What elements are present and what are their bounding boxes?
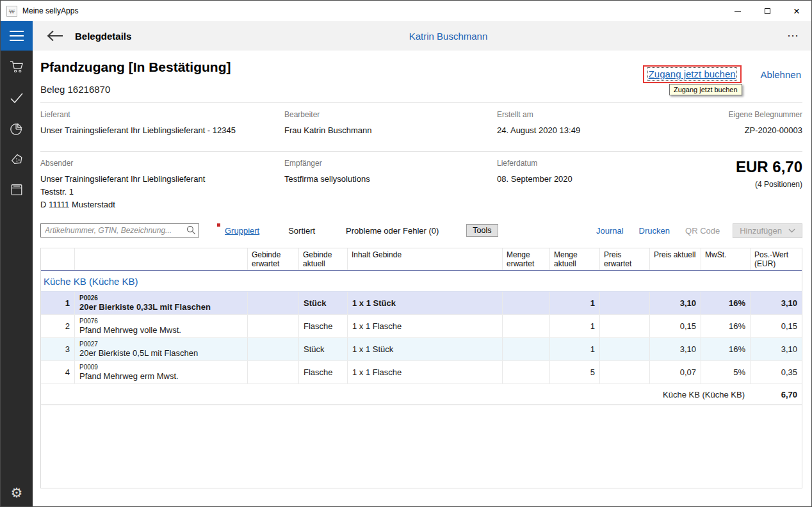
sidebar-item-settings[interactable]: ⚙ — [1, 485, 33, 501]
col-menge-erwartet: Menge erwartet — [503, 248, 550, 270]
field-label: Eigene Belegnummer — [729, 110, 802, 119]
table-row[interactable]: 2 P0076 Pfand Mehrweg volle Mwst. Flasch… — [41, 315, 802, 338]
field-value: 08. September 2020 — [497, 173, 736, 186]
group-footer-total: 6,70 — [751, 384, 802, 405]
search-icon[interactable] — [186, 225, 196, 235]
field-value-line: D 11111 Musterstadt — [40, 198, 284, 211]
grouped-toggle[interactable]: Gruppiert — [225, 226, 259, 236]
print-link[interactable]: Drucken — [639, 226, 670, 236]
sorted-toggle[interactable]: Sortiert — [288, 226, 315, 236]
document-total: EUR 6,70 (4 Positionen) — [736, 159, 802, 211]
field-value: 24. August 2020 13:49 — [497, 124, 729, 137]
user-name-link[interactable]: Katrin Buschmann — [409, 31, 488, 42]
book-icon — [10, 183, 24, 197]
close-button[interactable]: × — [782, 1, 811, 21]
article-code: P0027 — [79, 341, 98, 348]
article-code: P0026 — [79, 294, 98, 302]
close-icon: × — [793, 6, 800, 17]
highlight-box: Zugang jetzt buchen — [643, 65, 742, 83]
app-header: Belegdetails Katrin Buschmann ⋯ — [1, 21, 811, 51]
field-label: Absender — [40, 159, 284, 168]
col-inhalt-gebinde: Inhalt Gebinde — [348, 248, 503, 270]
maximize-button[interactable] — [752, 1, 782, 21]
col-preis-aktuell: Preis aktuell — [650, 248, 701, 270]
table-row[interactable]: 3 P0027 20er Bierkiste 0,5L mit Flaschen… — [41, 338, 802, 361]
field-empfaenger: Empfänger Testfirma sellysolutions — [284, 159, 497, 211]
positions-table: Gebinde erwartet Gebinde aktuell Inhalt … — [40, 248, 802, 488]
positions-toolbar: Gruppiert Sortiert Probleme oder Fehler … — [33, 218, 811, 238]
qr-code-link-disabled: QR Code — [685, 226, 720, 236]
col-gebinde-erwartet: Gebinde erwartet — [248, 248, 299, 270]
field-value: Unser Trainingslieferant Ihr Lieblingsli… — [40, 124, 284, 137]
col-rownum — [41, 248, 75, 270]
table-row[interactable]: 4 P0009 Pfand Mehrweg erm Mwst. Flasche … — [41, 361, 802, 384]
add-button-disabled: Hinzufügen — [733, 223, 802, 238]
minimize-icon — [735, 11, 741, 12]
document-title: Pfandzugang [In Bestätigung] — [40, 60, 231, 75]
chevron-down-icon — [788, 229, 795, 233]
app-window: w Meine sellyApps × Belegdetails Katrin … — [0, 0, 812, 507]
col-menge-aktuell: Menge aktuell — [550, 248, 600, 270]
app-logo-icon: w — [6, 6, 17, 17]
window-controls: × — [723, 1, 811, 21]
back-arrow-icon — [47, 30, 63, 42]
hamburger-menu-button[interactable] — [1, 21, 33, 51]
document-header: Pfandzugang [In Bestätigung] Beleg 16216… — [33, 51, 811, 95]
pie-chart-icon — [10, 122, 24, 136]
sidebar-item-catalog[interactable] — [1, 175, 33, 205]
settings-gear-icon: ⚙ — [11, 485, 23, 501]
article-name: Pfand Mehrweg erm Mwst. — [79, 371, 179, 381]
maximize-icon — [765, 8, 770, 14]
sidebar-item-confirmations[interactable] — [1, 83, 33, 113]
reject-link[interactable]: Ablehnen — [761, 69, 801, 80]
field-label: Bearbeiter — [284, 110, 497, 119]
hamburger-icon — [10, 31, 24, 32]
article-code: P0009 — [79, 364, 98, 371]
more-options-button[interactable]: ⋯ — [787, 29, 800, 43]
field-value-line: Teststr. 1 — [40, 186, 284, 198]
back-button[interactable] — [47, 30, 63, 42]
journal-link[interactable]: Journal — [596, 226, 624, 236]
field-lieferdatum: Lieferdatum 08. September 2020 — [497, 159, 736, 211]
sidebar-item-orders[interactable] — [1, 52, 33, 83]
col-preis-erwartet: Preis erwartet — [600, 248, 650, 270]
ellipsis-icon: ⋯ — [787, 29, 800, 42]
search-input[interactable] — [40, 223, 199, 237]
document-actions: Zugang jetzt buchen Zugang jetzt buchen … — [643, 65, 802, 83]
article-name: Pfand Mehrweg volle Mwst. — [79, 325, 181, 335]
field-bearbeiter: Bearbeiter Frau Katrin Buschmann — [284, 110, 497, 137]
minimize-button[interactable] — [723, 1, 752, 21]
document-number: Beleg 16216870 — [40, 84, 231, 95]
page-title: Belegdetails — [75, 31, 131, 42]
total-positions: (4 Positionen) — [736, 180, 802, 189]
group-header: Küche KB (Küche KB) — [41, 271, 802, 292]
table-row[interactable]: 1 P0026 20er Bierkiste 0,33L mit Flasche… — [41, 292, 802, 315]
field-label: Erstellt am — [497, 110, 729, 119]
price-tag-icon — [10, 152, 24, 166]
table-header-row: Gebinde erwartet Gebinde aktuell Inhalt … — [41, 248, 802, 271]
col-gebinde-aktuell: Gebinde aktuell — [299, 248, 348, 270]
shopping-cart-icon — [10, 60, 24, 74]
article-name: 20er Bierkiste 0,5L mit Flaschen — [79, 348, 198, 358]
sidebar-item-statistics[interactable] — [1, 113, 33, 144]
book-now-tooltip: Zugang jetzt buchen — [669, 84, 742, 95]
grouped-indicator-dot-icon — [217, 223, 220, 227]
total-amount: EUR 6,70 — [736, 159, 802, 175]
col-mwst: MwSt. — [701, 248, 751, 270]
field-value: Testfirma sellysolutions — [284, 173, 497, 186]
field-label: Empfänger — [284, 159, 497, 168]
group-footer-label: Küche KB (Küche KB) — [41, 384, 751, 405]
book-now-link[interactable]: Zugang jetzt buchen — [649, 68, 736, 79]
info-row-2: Absender Unser Trainingslieferant Ihr Li… — [33, 152, 811, 218]
article-name: 20er Bierkiste 0,33L mit Flaschen — [79, 302, 211, 312]
field-erstellt-am: Erstellt am 24. August 2020 13:49 — [497, 110, 729, 137]
sidebar: ⚙ — [1, 51, 33, 506]
tools-button[interactable]: Tools — [466, 224, 498, 237]
article-code: P0076 — [79, 318, 98, 325]
sidebar-item-offers[interactable] — [1, 144, 33, 175]
col-article — [75, 248, 248, 270]
field-label: Lieferdatum — [497, 159, 736, 168]
field-absender: Absender Unser Trainingslieferant Ihr Li… — [40, 159, 284, 211]
problems-toggle[interactable]: Probleme oder Fehler (0) — [346, 226, 439, 236]
group-footer: Küche KB (Küche KB) 6,70 — [41, 384, 802, 405]
